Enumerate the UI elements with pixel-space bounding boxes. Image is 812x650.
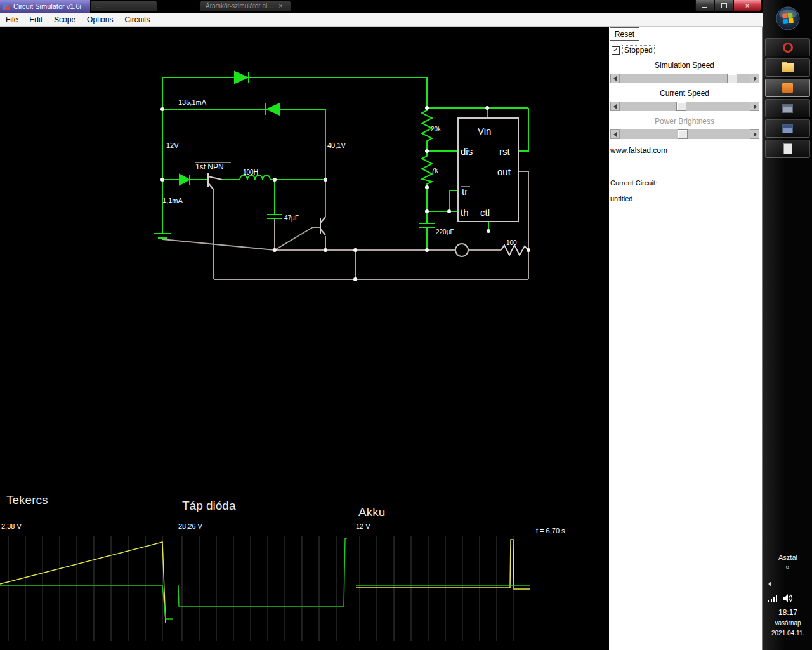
meter-circle[interactable] [455, 244, 468, 256]
label-resistor-out: 100 [506, 239, 517, 246]
simulation-speed-slider[interactable] [610, 74, 759, 83]
slider-right-arrow-icon[interactable] [750, 102, 759, 111]
scope1-title: Tekercs [6, 493, 48, 507]
current-speed-slider[interactable] [610, 102, 759, 111]
menu-options[interactable]: Options [81, 15, 119, 24]
menu-edit[interactable]: Edit [23, 15, 48, 24]
folder-icon [782, 63, 794, 72]
label-node-voltage: 40,1V [327, 142, 346, 149]
circuit-canvas[interactable]: Vin dis rst out tr th ctl 135,1mA [0, 27, 609, 650]
window-controls: × [695, 0, 761, 11]
scope1-trace-green [0, 585, 173, 619]
scope3-trace-yellow [356, 540, 530, 589]
checkbox-check-icon: ✓ [613, 46, 618, 53]
power-brightness-thumb[interactable] [678, 129, 688, 139]
label-resistor-top: 20k [431, 126, 442, 133]
window-app-icon [782, 104, 793, 113]
stopped-checkbox-row[interactable]: ✓ Stopped [612, 45, 655, 55]
reset-button[interactable]: Reset [610, 27, 639, 41]
scope2-title: Táp dióda [182, 499, 236, 512]
slider-left-arrow-icon[interactable] [610, 74, 620, 83]
resistor-100[interactable] [501, 245, 528, 255]
scope3-tlabel: t = 6,70 s [536, 527, 565, 534]
java-icon [3, 3, 10, 10]
current-speed-label: Current Speed [609, 89, 760, 98]
scope1-vlabel: 2,38 V [1, 522, 22, 530]
scope3-title: Akku [358, 505, 385, 519]
network-signal-icon[interactable] [768, 595, 777, 602]
desktop-toolbar-label[interactable]: Asztal [763, 554, 812, 561]
power-brightness-label: Power Brightness [609, 117, 760, 126]
scope-akku[interactable]: Akku 12 V t = 6,70 s [356, 505, 565, 641]
show-hidden-icons-arrow-icon[interactable] [768, 581, 771, 587]
scope2-grid [182, 536, 336, 641]
browser-tab-1[interactable]: … [91, 1, 157, 11]
scope-tekercs[interactable]: Tekercs 2,38 V [0, 493, 173, 641]
close-button[interactable]: × [733, 0, 761, 11]
scope-tap-dioda[interactable]: Táp dióda 28,26 V [178, 499, 347, 641]
volume-icon[interactable] [783, 594, 793, 602]
orange-app-icon [782, 83, 793, 93]
diode-base[interactable] [180, 175, 190, 185]
pin-th: th [461, 207, 469, 218]
power-brightness-slider[interactable] [610, 129, 759, 139]
clock-day[interactable]: vasárnap [763, 620, 812, 627]
inductor[interactable] [240, 175, 270, 180]
label-cap-small: 47µF [284, 215, 299, 222]
taskbar-button-app5[interactable] [765, 119, 810, 138]
browser-tab-2-label: Áramkör-szimulátor al… [206, 1, 273, 11]
screen: Circuit Simulator v1.6i … Áramkör-szimul… [0, 0, 812, 650]
clock-date[interactable]: 2021.04.11. [763, 630, 812, 637]
resistor-7k[interactable] [422, 154, 432, 185]
capacitor-220uF[interactable] [419, 223, 435, 227]
browser-tab-1-label: … [96, 1, 102, 11]
menu-bar: File Edit Scope Options Circuits [0, 13, 763, 27]
stopped-label: Stopped [622, 45, 655, 55]
diode-top[interactable] [235, 72, 249, 83]
taskbar-button-app6[interactable] [765, 140, 810, 158]
browser-tab-2[interactable]: Áramkör-szimulátor al… × [200, 1, 291, 11]
tab-close-icon[interactable]: × [278, 1, 282, 11]
minimize-button[interactable] [695, 0, 714, 11]
title-bar: Circuit Simulator v1.6i … Áramkör-szimul… [0, 0, 763, 13]
clock-time[interactable]: 18:17 [763, 608, 812, 617]
pin-ctl: ctl [480, 207, 490, 218]
falstad-site-label: www.falstad.com [610, 146, 667, 155]
taskbar-button-explorer[interactable] [765, 58, 810, 77]
label-current-top: 135,1mA [178, 98, 207, 106]
pin-out: out [497, 166, 511, 177]
transistor-2[interactable] [320, 217, 325, 235]
menu-scope[interactable]: Scope [48, 15, 81, 24]
slider-left-arrow-icon[interactable] [610, 102, 620, 111]
label-transistor1: 1st NPN [195, 162, 224, 171]
window-app-icon [782, 124, 793, 133]
label-supply-voltage: 12V [166, 142, 179, 149]
capacitor-47uF[interactable] [267, 215, 282, 218]
pin-dis: dis [461, 146, 473, 157]
timer-chip-555[interactable]: Vin dis rst out tr th ctl [458, 118, 518, 222]
scope3-vlabel: 12 V [356, 522, 370, 530]
slider-right-arrow-icon[interactable] [750, 129, 759, 139]
slider-right-arrow-icon[interactable] [750, 74, 759, 83]
start-button[interactable] [775, 6, 801, 31]
simulation-speed-label: Simulation Speed [609, 61, 760, 70]
current-circuit-label: Current Circuit: [610, 179, 657, 187]
menu-file[interactable]: File [0, 15, 23, 24]
app-titlebar[interactable]: Circuit Simulator v1.6i [0, 0, 90, 13]
scope1-grid [8, 536, 162, 641]
restore-button[interactable] [714, 0, 733, 11]
stopped-checkbox[interactable]: ✓ [612, 46, 620, 55]
taskbar-button-app4[interactable] [765, 99, 810, 117]
taskbar-button-simulator[interactable] [765, 79, 810, 97]
menu-circuits[interactable]: Circuits [119, 15, 155, 24]
pin-rst: rst [499, 146, 510, 157]
simulation-speed-thumb[interactable] [727, 74, 737, 83]
battery[interactable] [154, 234, 171, 238]
transistor-1[interactable] [208, 173, 222, 190]
chevron-down-icon[interactable]: » [763, 564, 812, 571]
current-speed-thumb[interactable] [676, 102, 686, 111]
slider-left-arrow-icon[interactable] [610, 129, 620, 139]
taskbar: Asztal » 18:17 vasárnap 2021.04.11. [763, 0, 812, 650]
diode-mid[interactable] [266, 103, 280, 115]
taskbar-button-browser[interactable] [765, 38, 810, 56]
